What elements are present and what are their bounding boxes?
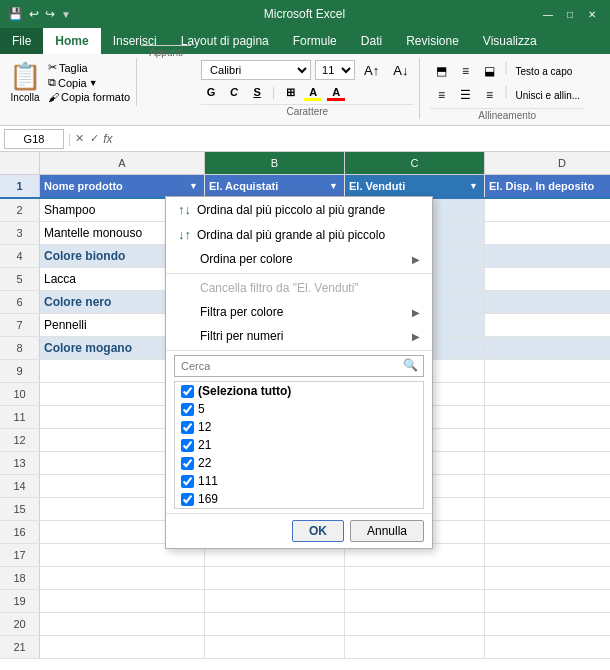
align-top-center-button[interactable]: ≡ — [454, 60, 476, 82]
checkbox-val-111-input[interactable] — [181, 475, 194, 488]
cell-b18[interactable] — [205, 567, 345, 589]
underline-button[interactable]: S — [247, 82, 267, 102]
header-cell-a[interactable]: Nome prodotto ▼ — [40, 175, 205, 197]
fill-color-button[interactable]: A — [303, 82, 323, 102]
align-center-button[interactable]: ☰ — [454, 84, 476, 106]
cell-d14[interactable] — [485, 475, 610, 497]
cell-d15[interactable] — [485, 498, 610, 520]
filter-search-input[interactable] — [174, 355, 424, 377]
checkbox-val-12-input[interactable] — [181, 421, 194, 434]
cell-d11[interactable] — [485, 406, 610, 428]
copia-button[interactable]: ⧉ Copia ▼ — [48, 76, 130, 89]
checkbox-val-12[interactable]: 12 — [175, 418, 423, 436]
header-cell-d[interactable]: El. Disp. In deposito ▼ — [485, 175, 610, 197]
sort-desc-item[interactable]: ↓↑ Ordina dal più grande al più piccolo — [166, 222, 432, 247]
maximize-button[interactable]: □ — [560, 4, 580, 24]
ok-button[interactable]: OK — [292, 520, 344, 542]
cell-c21[interactable] — [345, 636, 485, 658]
cell-b20[interactable] — [205, 613, 345, 635]
font-color-button[interactable]: A — [326, 82, 346, 102]
checkbox-val-22-input[interactable] — [181, 457, 194, 470]
cell-d17[interactable] — [485, 544, 610, 566]
clear-filter-item[interactable]: Cancella filtro da "El. Venduti" — [166, 276, 432, 300]
cell-reference-input[interactable]: G18 — [4, 129, 64, 149]
minimize-button[interactable]: — — [538, 4, 558, 24]
cell-d2[interactable]: 83 — [485, 199, 610, 221]
checkbox-val-5[interactable]: 5 — [175, 400, 423, 418]
sort-asc-item[interactable]: ↑↓ Ordina dal più piccolo al più grande — [166, 197, 432, 222]
close-button[interactable]: ✕ — [582, 4, 602, 24]
font-select[interactable]: Calibri — [201, 60, 311, 80]
checkbox-select-all[interactable]: (Seleziona tutto) — [175, 382, 423, 400]
cancel-formula-icon[interactable]: ✕ — [75, 132, 84, 145]
cell-d7[interactable]: 26 — [485, 314, 610, 336]
merge-button[interactable]: Unisci e allin... — [512, 84, 584, 106]
cell-d18[interactable] — [485, 567, 610, 589]
checkbox-select-all-input[interactable] — [181, 385, 194, 398]
cancel-button[interactable]: Annulla — [350, 520, 424, 542]
col-header-c[interactable]: C — [345, 152, 485, 174]
cell-c18[interactable] — [345, 567, 485, 589]
filter-numbers-item[interactable]: Filtri per numeri ▶ — [166, 324, 432, 348]
cell-d20[interactable] — [485, 613, 610, 635]
cell-c19[interactable] — [345, 590, 485, 612]
tab-revisione[interactable]: Revisione — [394, 28, 471, 54]
cell-c20[interactable] — [345, 613, 485, 635]
font-size-select[interactable]: 11 — [315, 60, 355, 80]
col-header-d[interactable]: D — [485, 152, 610, 174]
header-cell-c[interactable]: El. Venduti ▼ — [345, 175, 485, 197]
cell-d3[interactable]: 39 — [485, 222, 610, 244]
tab-home[interactable]: Home — [43, 28, 100, 54]
cell-d6[interactable]: 33 — [485, 291, 610, 313]
cell-d13[interactable] — [485, 452, 610, 474]
cell-d8[interactable]: 0 — [485, 337, 610, 359]
border-button[interactable]: ⊞ — [280, 82, 300, 102]
align-top-left-button[interactable]: ⬒ — [430, 60, 452, 82]
align-top-right-button[interactable]: ⬓ — [478, 60, 500, 82]
col-header-b[interactable]: B — [205, 152, 345, 174]
checkbox-val-111[interactable]: 111 — [175, 472, 423, 490]
confirm-formula-icon[interactable]: ✓ — [90, 132, 99, 145]
cell-b19[interactable] — [205, 590, 345, 612]
checkbox-val-21-input[interactable] — [181, 439, 194, 452]
cell-b21[interactable] — [205, 636, 345, 658]
tab-dati[interactable]: Dati — [349, 28, 394, 54]
cell-d19[interactable] — [485, 590, 610, 612]
formula-input[interactable] — [116, 132, 606, 146]
col-header-a[interactable]: A — [40, 152, 205, 174]
undo-icon2[interactable]: ↪ — [45, 7, 55, 21]
filter-nome-prodotto-button[interactable]: ▼ — [187, 181, 200, 191]
decrease-font-button[interactable]: A↓ — [388, 60, 413, 80]
align-left-button[interactable]: ≡ — [430, 84, 452, 106]
filter-color-item[interactable]: Filtra per colore ▶ — [166, 300, 432, 324]
filter-el-acquistati-button[interactable]: ▼ — [327, 181, 340, 191]
save-icon[interactable]: 💾 — [8, 7, 23, 21]
cell-d21[interactable] — [485, 636, 610, 658]
cell-d10[interactable] — [485, 383, 610, 405]
cell-d16[interactable] — [485, 521, 610, 543]
cell-a18[interactable] — [40, 567, 205, 589]
align-right-button[interactable]: ≡ — [478, 84, 500, 106]
taglia-button[interactable]: ✂ Taglia — [48, 61, 130, 74]
sort-color-item[interactable]: Ordina per colore ▶ — [166, 247, 432, 271]
italic-button[interactable]: C — [224, 82, 244, 102]
checkbox-val-22[interactable]: 22 — [175, 454, 423, 472]
cell-d12[interactable] — [485, 429, 610, 451]
cell-a19[interactable] — [40, 590, 205, 612]
cell-d9[interactable] — [485, 360, 610, 382]
tab-formule[interactable]: Formule — [281, 28, 349, 54]
cell-a20[interactable] — [40, 613, 205, 635]
checkbox-val-169-input[interactable] — [181, 493, 194, 506]
cell-d4[interactable]: 2 — [485, 245, 610, 267]
filter-el-venduti-button[interactable]: ▼ — [467, 181, 480, 191]
tab-file[interactable]: File — [0, 28, 43, 54]
incolla-button[interactable]: 📋 Incolla — [4, 58, 46, 106]
cell-d5[interactable]: 29 — [485, 268, 610, 290]
undo-icon[interactable]: ↩ — [29, 7, 39, 21]
bold-button[interactable]: G — [201, 82, 221, 102]
increase-font-button[interactable]: A↑ — [359, 60, 384, 80]
cell-a21[interactable] — [40, 636, 205, 658]
wrap-text-button[interactable]: Testo a capo — [512, 60, 577, 82]
checkbox-val-21[interactable]: 21 — [175, 436, 423, 454]
header-cell-b[interactable]: El. Acquistati ▼ — [205, 175, 345, 197]
